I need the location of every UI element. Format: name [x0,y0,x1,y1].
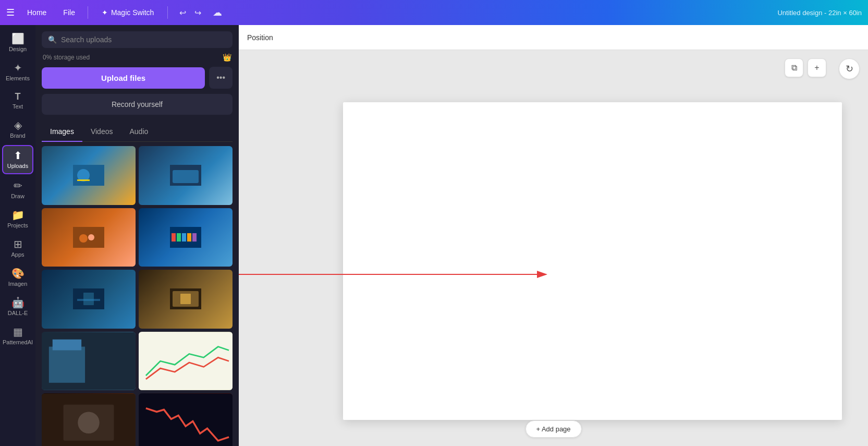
projects-icon: 📁 [11,210,25,220]
sidebar-item-uploads[interactable]: ⬆ Uploads [2,145,33,174]
topbar: ☰ Home File ✦ Magic Switch ↩ ↪ ☁ Untitle… [0,0,868,25]
refresh-button[interactable]: ↻ [839,58,860,79]
list-item[interactable] [42,393,136,446]
svg-rect-19 [180,294,191,304]
sidebar-item-label: Text [13,103,23,110]
undo-redo-group: ↩ ↪ [176,6,204,20]
sidebar-item-projects[interactable]: 📁 Projects [2,206,33,233]
svg-rect-9 [172,233,176,242]
magic-switch-icon: ✦ [102,8,108,17]
list-item[interactable] [42,208,136,267]
separator2 [167,6,168,19]
upload-files-button[interactable]: Upload files [42,67,205,89]
add-canvas-button[interactable]: + [808,58,826,77]
svg-rect-21 [49,346,85,382]
list-item[interactable] [139,332,233,391]
svg-point-6 [79,234,88,243]
search-input[interactable] [61,35,226,44]
design-title: Untitled design - 22in × 60in [777,9,862,17]
toolbar-position-label: Position [247,33,273,42]
sidebar-item-dalle[interactable]: 🤖 DALL-E [2,293,33,320]
sidebar-item-label: Uploads [7,163,28,169]
sidebar-item-imagen[interactable]: 🎨 Imagen [2,264,33,291]
sidebar-item-apps[interactable]: ⊞ Apps [2,235,33,262]
storage-text: 0% storage used [43,54,90,61]
svg-point-26 [78,412,100,433]
cloud-save-icon[interactable]: ☁ [213,7,222,18]
canvas-area: Position ⧉ + ↻ + Add page [239,25,868,446]
sidebar-item-label: Apps [11,251,24,258]
list-item[interactable] [42,270,136,329]
list-item[interactable] [139,146,233,205]
icon-sidebar: ⬜ Design ✦ Elements T Text ◈ Brand ⬆ Upl… [0,25,35,446]
upload-panel: 🔍 0% storage used 👑 Upload files ••• Rec… [35,25,239,446]
record-yourself-button[interactable]: Record yourself [42,94,233,115]
upload-panel-inner: 🔍 0% storage used 👑 Upload files ••• Rec… [35,25,239,142]
elements-icon: ✦ [14,63,22,73]
image-grid [42,146,233,446]
search-icon: 🔍 [48,35,57,44]
patterned-icon: ▦ [13,327,23,337]
upload-btn-row: Upload files ••• [42,67,233,89]
more-options-button[interactable]: ••• [209,67,233,89]
storage-row: 0% storage used 👑 [42,53,233,62]
sidebar-item-text[interactable]: T Text [2,88,33,114]
text-icon: T [15,92,21,101]
menu-icon[interactable]: ☰ [6,7,15,18]
redo-button[interactable]: ↪ [191,6,204,20]
svg-rect-4 [173,170,199,183]
add-page-button[interactable]: + Add page [525,420,581,438]
svg-rect-12 [187,233,191,242]
undo-button[interactable]: ↩ [176,6,189,20]
sidebar-item-label: DALL-E [8,310,28,316]
sidebar-item-draw[interactable]: ✏ Draw [2,176,33,203]
magic-switch-label: Magic Switch [111,8,154,17]
home-button[interactable]: Home [23,6,51,19]
svg-rect-16 [77,299,100,301]
list-item[interactable] [42,146,136,205]
sidebar-item-label: Projects [7,222,28,228]
list-item[interactable] [139,393,233,446]
sidebar-item-label: Draw [11,193,25,199]
search-box: 🔍 [42,31,233,48]
svg-point-7 [88,234,94,240]
sidebar-item-label: Brand [10,132,25,139]
magic-switch-button[interactable]: ✦ Magic Switch [96,6,159,19]
crown-icon: 👑 [223,53,231,62]
image-grid-container [35,142,239,446]
tab-images[interactable]: Images [42,122,82,142]
canvas-toolbar: Position [239,25,868,50]
draw-icon: ✏ [14,180,22,191]
copy-canvas-button[interactable]: ⧉ [785,58,803,77]
sidebar-item-design[interactable]: ⬜ Design [2,29,33,56]
sidebar-item-patterned[interactable]: ▦ PatternedAI [2,322,33,349]
svg-rect-2 [77,179,90,181]
tabs-row: Images Videos Audio [42,122,233,142]
sidebar-item-elements[interactable]: ✦ Elements [2,58,33,86]
svg-rect-27 [139,394,233,446]
uploads-icon: ⬆ [14,150,22,161]
sidebar-item-label: Elements [6,75,30,81]
sidebar-item-brand[interactable]: ◈ Brand [2,116,33,143]
tab-videos[interactable]: Videos [82,122,121,142]
svg-rect-23 [139,332,233,390]
svg-rect-11 [182,233,186,242]
main-content: ⬜ Design ✦ Elements T Text ◈ Brand ⬆ Upl… [0,25,868,446]
design-icon: ⬜ [11,33,25,44]
separator [88,6,88,19]
list-item[interactable] [42,332,136,391]
topbar-left: ☰ Home File ✦ Magic Switch ↩ ↪ ☁ [6,6,222,20]
brand-icon: ◈ [14,120,22,130]
apps-icon: ⊞ [14,239,22,249]
imagen-icon: 🎨 [11,268,25,279]
tab-audio[interactable]: Audio [121,122,156,142]
file-button[interactable]: File [59,6,79,19]
canvas-body: ⧉ + ↻ + Add page [239,50,868,446]
svg-rect-10 [177,233,181,242]
canvas-top-controls: ⧉ + [785,58,826,77]
list-item[interactable] [139,270,233,329]
svg-rect-22 [53,339,81,350]
list-item[interactable] [139,208,233,267]
dalle-icon: 🤖 [11,297,25,308]
canvas-paper [343,102,842,420]
